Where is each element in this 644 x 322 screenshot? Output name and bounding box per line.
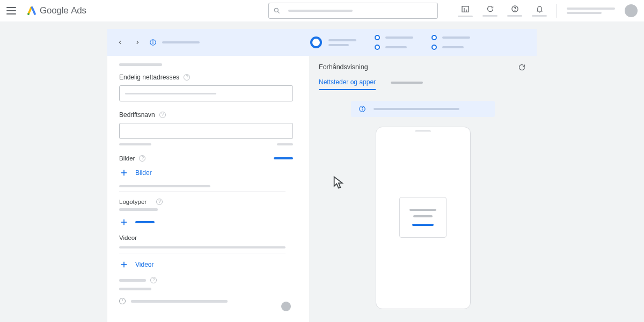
svg-point-0	[27, 13, 30, 15]
refresh-icon	[518, 63, 526, 71]
chevron-left-icon	[118, 40, 123, 45]
preview-tabs: Nettsteder og apper	[319, 78, 527, 90]
videos-label: Videor	[119, 235, 297, 241]
ad-card-preview	[399, 197, 447, 238]
app-header: Google Ads	[0, 0, 644, 21]
tab-websites-apps[interactable]: Nettsteder og apper	[319, 78, 376, 90]
plus-icon	[119, 168, 129, 178]
notifications-button[interactable]	[532, 5, 547, 17]
account-switcher[interactable]	[567, 8, 615, 14]
reports-button[interactable]	[458, 5, 473, 17]
plus-icon	[119, 260, 129, 269]
chart-icon	[461, 5, 470, 13]
business-name-label: Bedriftsnavn	[119, 111, 297, 119]
help-button[interactable]	[507, 5, 522, 17]
plus-icon	[119, 217, 129, 227]
stepper-bar	[107, 29, 537, 56]
svg-rect-3	[462, 6, 469, 12]
bell-icon	[536, 5, 544, 13]
menu-icon[interactable]	[6, 7, 16, 14]
back-button[interactable]	[116, 38, 125, 47]
product-name: Google Ads	[40, 5, 86, 16]
final-url-label: Endelig nettadresses	[119, 74, 297, 81]
preview-info-banner	[351, 101, 495, 117]
add-videos-button[interactable]: Videor	[119, 260, 297, 269]
campaign-editor: Endelig nettadresses Bedriftsnavn Bilder…	[107, 29, 537, 322]
images-label: Bilder	[119, 155, 135, 162]
phone-preview	[376, 127, 471, 309]
search-icon	[273, 7, 281, 14]
preview-refresh-button[interactable]	[518, 63, 526, 74]
help-icon[interactable]	[139, 155, 145, 162]
ad-form: Endelig nettadresses Bedriftsnavn Bilder…	[107, 56, 309, 322]
preview-title: Forhåndsvisning	[319, 63, 527, 71]
help-icon[interactable]	[159, 112, 166, 118]
avatar[interactable]	[625, 4, 638, 17]
logos-label: Logotyper	[119, 199, 297, 205]
help-icon	[511, 5, 519, 13]
svg-point-19	[362, 107, 362, 108]
step-current[interactable]	[310, 36, 356, 48]
chevron-right-icon	[135, 40, 140, 45]
tab-secondary[interactable]	[391, 82, 423, 87]
info-icon	[358, 105, 366, 113]
step-2[interactable]	[375, 35, 413, 50]
add-images-button[interactable]: Bilder	[119, 168, 297, 178]
add-logos-button[interactable]	[119, 217, 297, 227]
char-counter	[119, 143, 293, 145]
refresh-icon	[486, 5, 494, 13]
svg-point-10	[152, 41, 153, 41]
svg-line-2	[278, 12, 280, 13]
forward-button[interactable]	[133, 38, 142, 47]
help-icon[interactable]	[184, 74, 190, 80]
svg-point-7	[515, 10, 515, 11]
final-url-input[interactable]	[119, 85, 293, 101]
google-ads-logo-icon	[27, 6, 36, 16]
svg-point-1	[274, 8, 278, 12]
header-actions	[458, 0, 638, 21]
step-3[interactable]	[431, 35, 470, 50]
search-input[interactable]	[268, 3, 438, 19]
refresh-button[interactable]	[482, 5, 497, 17]
product-logo[interactable]: Google Ads	[27, 5, 86, 16]
info-icon[interactable]	[149, 39, 157, 46]
help-icon[interactable]	[150, 277, 157, 283]
business-name-input[interactable]	[119, 123, 293, 139]
info-icon	[119, 298, 126, 304]
help-icon[interactable]	[156, 199, 163, 205]
preview-panel: Forhåndsvisning Nettsteder og apper	[309, 56, 537, 322]
progress-dot	[281, 302, 291, 311]
